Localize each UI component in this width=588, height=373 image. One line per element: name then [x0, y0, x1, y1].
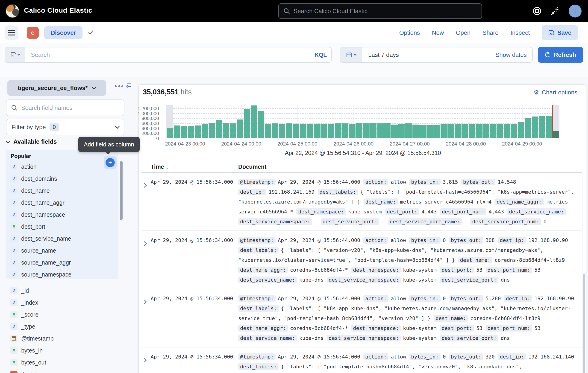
nav-link-options[interactable]: Options: [399, 29, 420, 36]
histogram-bar[interactable]: [532, 117, 538, 138]
filter-by-type-select[interactable]: Filter by type 0: [6, 119, 125, 135]
histogram-bar[interactable]: [476, 124, 482, 138]
breadcrumb[interactable]: Discover: [44, 26, 83, 39]
field-item-_type[interactable]: t_type: [6, 321, 118, 333]
histogram-bar[interactable]: [244, 109, 250, 138]
histogram-bar[interactable]: [300, 124, 306, 138]
histogram-bar[interactable]: [321, 124, 327, 138]
histogram-chart[interactable]: [166, 105, 559, 138]
global-search-input[interactable]: Search Calico Cloud Elastic: [278, 3, 482, 19]
collapse-sidebar-icon[interactable]: [125, 81, 133, 89]
expand-row-icon[interactable]: [141, 352, 151, 373]
histogram-bar[interactable]: [462, 124, 468, 138]
saved-query-menu-button[interactable]: [5, 47, 25, 62]
histogram-bar[interactable]: [553, 131, 559, 138]
nav-link-open[interactable]: Open: [456, 29, 471, 36]
histogram-bar[interactable]: [230, 123, 236, 138]
histogram-bar[interactable]: [433, 125, 440, 138]
histogram-bar[interactable]: [518, 122, 524, 138]
query-language-button[interactable]: KQL: [310, 47, 331, 62]
histogram-bar[interactable]: [378, 123, 384, 138]
histogram-bar[interactable]: [258, 111, 264, 138]
histogram-bar[interactable]: [525, 118, 531, 138]
histogram-bar[interactable]: [511, 124, 517, 138]
histogram-bar[interactable]: [286, 123, 292, 138]
histogram-bar[interactable]: [181, 126, 187, 138]
histogram-bar[interactable]: [391, 125, 398, 138]
histogram-bar[interactable]: [469, 124, 475, 138]
field-item-action[interactable]: taction: [6, 161, 118, 173]
nav-link-new[interactable]: New: [432, 29, 444, 36]
histogram-bar[interactable]: [167, 128, 173, 138]
field-item-source_name[interactable]: tsource_name: [6, 244, 118, 256]
show-dates-button[interactable]: Show dates: [490, 47, 532, 62]
histogram-bar[interactable]: [419, 125, 426, 138]
histogram-bar[interactable]: [279, 124, 285, 138]
histogram-bar[interactable]: [293, 124, 299, 138]
field-item-dest_domains[interactable]: tdest_domains: [6, 173, 118, 185]
histogram-bar[interactable]: [370, 123, 377, 138]
index-pattern-selector[interactable]: tigera_secure_ee_flows*: [7, 80, 106, 96]
histogram-bar[interactable]: [335, 123, 341, 138]
save-button[interactable]: Save: [542, 25, 578, 40]
calendar-menu-button[interactable]: [340, 47, 362, 62]
histogram-bar[interactable]: [195, 125, 201, 138]
histogram-bar[interactable]: [539, 116, 545, 138]
calico-logo-icon[interactable]: [6, 4, 19, 18]
field-item-dest_name_aggr[interactable]: tdest_name_aggr: [6, 197, 118, 209]
time-range-value[interactable]: Last 7 days: [362, 47, 490, 62]
histogram-bar[interactable]: [363, 123, 369, 138]
table-scrollbar[interactable]: [583, 273, 585, 373]
histogram-bar[interactable]: [496, 124, 503, 138]
histogram-bar[interactable]: [490, 124, 496, 138]
field-item-source_namespace[interactable]: tsource_namespace: [6, 269, 118, 281]
space-badge[interactable]: c: [27, 27, 39, 39]
menu-icon[interactable]: [5, 26, 18, 40]
search-query-input[interactable]: Search: [25, 47, 310, 62]
chart-options-button[interactable]: ⚙ Chart options: [534, 89, 578, 96]
field-item-dest_ip[interactable]: IPdest_ip: [6, 368, 118, 373]
field-item-_id[interactable]: t_id: [6, 285, 118, 297]
available-fields-header[interactable]: Available fields: [6, 138, 57, 145]
histogram-bar[interactable]: [314, 124, 320, 138]
field-item-source_name_aggr[interactable]: tsource_name_aggr: [6, 256, 118, 269]
histogram-bar[interactable]: [223, 123, 229, 138]
histogram-bar[interactable]: [265, 124, 271, 138]
histogram-bar[interactable]: [251, 105, 257, 138]
histogram-bar[interactable]: [447, 124, 454, 138]
sort-desc-icon[interactable]: ↓: [166, 163, 169, 170]
histogram-bar[interactable]: [412, 125, 419, 138]
histogram-bar[interactable]: [237, 120, 243, 138]
histogram-bar[interactable]: [202, 124, 208, 138]
column-document[interactable]: Document: [238, 163, 582, 170]
histogram-bar[interactable]: [272, 123, 278, 138]
field-item-_index[interactable]: t_index: [6, 297, 118, 309]
help-icon[interactable]: [533, 7, 541, 15]
expand-row-icon[interactable]: [141, 293, 151, 343]
histogram-bar[interactable]: [455, 124, 461, 138]
expand-row-icon[interactable]: [141, 235, 151, 285]
field-item-bytes_in[interactable]: #bytes_in: [6, 344, 118, 356]
histogram-bar[interactable]: [384, 123, 390, 138]
field-item-dest_port[interactable]: #dest_port: [6, 221, 118, 232]
refresh-button[interactable]: Refresh: [538, 47, 583, 63]
histogram-bar[interactable]: [546, 116, 552, 138]
histogram-bar[interactable]: [504, 124, 510, 138]
column-time[interactable]: Time ↓: [151, 163, 238, 170]
histogram-bar[interactable]: [307, 124, 313, 138]
add-field-button-hover[interactable]: +: [104, 156, 116, 169]
field-item-dest_name[interactable]: tdest_name: [6, 185, 118, 197]
histogram-bar[interactable]: [356, 123, 362, 138]
field-item-dest_service_name[interactable]: tdest_service_name: [6, 232, 118, 244]
nav-link-inspect[interactable]: Inspect: [510, 29, 530, 36]
histogram-bar[interactable]: [174, 125, 180, 138]
field-item-@timestamp[interactable]: @timestamp: [6, 333, 118, 344]
histogram-bar[interactable]: [342, 123, 348, 138]
field-search-input[interactable]: Search field names: [6, 100, 125, 116]
histogram-bar[interactable]: [188, 126, 194, 138]
field-item-bytes_out[interactable]: #bytes_out: [6, 356, 118, 368]
histogram-bar[interactable]: [427, 125, 433, 138]
histogram-bar[interactable]: [216, 120, 222, 138]
expand-row-icon[interactable]: [141, 177, 151, 227]
field-item-_score[interactable]: #_score: [6, 309, 118, 321]
